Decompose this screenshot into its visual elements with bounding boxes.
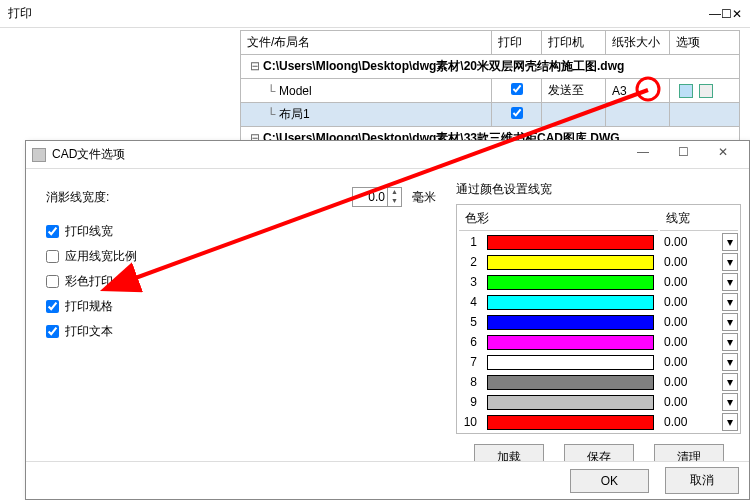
close-button[interactable]: ✕ (703, 138, 743, 166)
maximize-button[interactable]: ☐ (721, 7, 732, 21)
col-options[interactable]: 选项 (670, 31, 740, 55)
col-filename[interactable]: 文件/布局名 (241, 31, 492, 55)
apply-lw-scale-label: 应用线宽比例 (65, 248, 137, 265)
color-row[interactable]: 100.00▾ (459, 413, 738, 431)
color-swatch[interactable] (483, 233, 658, 251)
app-icon (32, 148, 46, 162)
lineweight-dropdown-icon[interactable]: ▾ (722, 393, 738, 411)
color-swatch[interactable] (483, 313, 658, 331)
spin-down-icon[interactable]: ▼ (388, 197, 401, 206)
hidden-linewidth-label: 消影线宽度: (46, 189, 136, 206)
paper-cell[interactable]: A3 (606, 79, 670, 103)
color-row[interactable]: 70.00▾ (459, 353, 738, 371)
lineweight-dropdown-icon[interactable]: ▾ (722, 413, 738, 431)
clear-button[interactable]: 清理 (654, 444, 724, 461)
color-row[interactable]: 80.00▾ (459, 373, 738, 391)
color-index: 4 (459, 293, 481, 311)
print-checkbox[interactable] (511, 83, 523, 95)
apply-lw-scale-checkbox[interactable] (46, 250, 59, 263)
lineweight-value: 0.00 (660, 253, 720, 271)
lineweight-value: 0.00 (660, 313, 720, 331)
ok-button[interactable]: OK (570, 469, 649, 493)
paper-cell[interactable] (606, 103, 670, 127)
printer-cell[interactable] (542, 103, 606, 127)
color-swatch[interactable] (483, 353, 658, 371)
lineweight-value: 0.00 (660, 333, 720, 351)
cancel-button[interactable]: 取消 (665, 467, 739, 494)
layout-row[interactable]: └Model 发送至 A3 (241, 79, 740, 103)
unit-label: 毫米 (412, 189, 436, 206)
color-index: 7 (459, 353, 481, 371)
col-printer[interactable]: 打印机 (542, 31, 606, 55)
col-print[interactable]: 打印 (492, 31, 542, 55)
dialog-titlebar: CAD文件选项 — ☐ ✕ (26, 141, 749, 169)
color-lineweight-table: 色彩 线宽 10.00▾20.00▾30.00▾40.00▾50.00▾60.0… (456, 204, 741, 434)
color-print-label: 彩色打印 (65, 273, 113, 290)
collapse-icon[interactable]: ⊟ (247, 59, 263, 73)
color-row[interactable]: 20.00▾ (459, 253, 738, 271)
color-index: 9 (459, 393, 481, 411)
lineweight-value: 0.00 (660, 353, 720, 371)
color-swatch[interactable] (483, 293, 658, 311)
lineweight-dropdown-icon[interactable]: ▾ (722, 373, 738, 391)
color-swatch[interactable] (483, 413, 658, 431)
options-icon[interactable] (679, 84, 693, 98)
color-index: 5 (459, 313, 481, 331)
color-row[interactable]: 50.00▾ (459, 313, 738, 331)
hidden-linewidth-input[interactable] (353, 188, 387, 206)
printer-cell[interactable]: 发送至 (542, 79, 606, 103)
color-row[interactable]: 10.00▾ (459, 233, 738, 251)
color-index: 8 (459, 373, 481, 391)
spin-up-icon[interactable]: ▲ (388, 188, 401, 197)
lineweight-value: 0.00 (660, 273, 720, 291)
options-cell[interactable] (670, 103, 740, 127)
print-spec-checkbox[interactable] (46, 300, 59, 313)
options-icon-2[interactable] (699, 84, 713, 98)
dialog-footer: OK 取消 (26, 461, 749, 499)
lineweight-dropdown-icon[interactable]: ▾ (722, 313, 738, 331)
lineweight-value: 0.00 (660, 373, 720, 391)
load-button[interactable]: 加载 (474, 444, 544, 461)
print-linewidth-checkbox[interactable] (46, 225, 59, 238)
file-list-grid: 文件/布局名 打印 打印机 纸张大小 选项 ⊟C:\Users\Mloong\D… (240, 30, 740, 151)
lineweight-value: 0.00 (660, 413, 720, 431)
color-row[interactable]: 60.00▾ (459, 333, 738, 351)
back-titlebar: 打印 — ☐ ✕ (0, 0, 750, 28)
color-swatch[interactable] (483, 253, 658, 271)
col-color-header: 色彩 (459, 207, 658, 231)
color-swatch[interactable] (483, 333, 658, 351)
color-swatch[interactable] (483, 373, 658, 391)
lineweight-dropdown-icon[interactable]: ▾ (722, 233, 738, 251)
lineweight-dropdown-icon[interactable]: ▾ (722, 333, 738, 351)
print-text-checkbox[interactable] (46, 325, 59, 338)
print-text-label: 打印文本 (65, 323, 113, 340)
color-swatch[interactable] (483, 393, 658, 411)
layout-name: Model (279, 84, 312, 98)
color-row[interactable]: 30.00▾ (459, 273, 738, 291)
layout-row-selected[interactable]: └布局1 (241, 103, 740, 127)
close-button[interactable]: ✕ (732, 7, 742, 21)
color-index: 6 (459, 333, 481, 351)
save-button[interactable]: 保存 (564, 444, 634, 461)
lineweight-dropdown-icon[interactable]: ▾ (722, 273, 738, 291)
lineweight-dropdown-icon[interactable]: ▾ (722, 253, 738, 271)
file-row[interactable]: ⊟C:\Users\Mloong\Desktop\dwg素材\20米双层网壳结构… (241, 55, 740, 79)
lineweight-value: 0.00 (660, 293, 720, 311)
col-paper[interactable]: 纸张大小 (606, 31, 670, 55)
print-checkbox[interactable] (511, 107, 523, 119)
minimize-button[interactable]: — (623, 138, 663, 166)
left-options-pane: 消影线宽度: ▲▼ 毫米 打印线宽 应用线宽比例 彩色打印 打印规格 打印文本 (26, 169, 456, 461)
file-path: C:\Users\Mloong\Desktop\dwg素材\20米双层网壳结构施… (263, 59, 624, 73)
color-row[interactable]: 90.00▾ (459, 393, 738, 411)
print-spec-label: 打印规格 (65, 298, 113, 315)
color-row[interactable]: 40.00▾ (459, 293, 738, 311)
lineweight-dropdown-icon[interactable]: ▾ (722, 293, 738, 311)
maximize-button[interactable]: ☐ (663, 138, 703, 166)
color-swatch[interactable] (483, 273, 658, 291)
minimize-button[interactable]: — (709, 7, 721, 21)
color-print-checkbox[interactable] (46, 275, 59, 288)
lineweight-dropdown-icon[interactable]: ▾ (722, 353, 738, 371)
hidden-linewidth-spinner[interactable]: ▲▼ (352, 187, 402, 207)
options-cell[interactable] (670, 79, 740, 103)
right-color-pane: 通过颜色设置线宽 色彩 线宽 10.00▾20.00▾30.00▾40.00▾5… (456, 169, 749, 461)
